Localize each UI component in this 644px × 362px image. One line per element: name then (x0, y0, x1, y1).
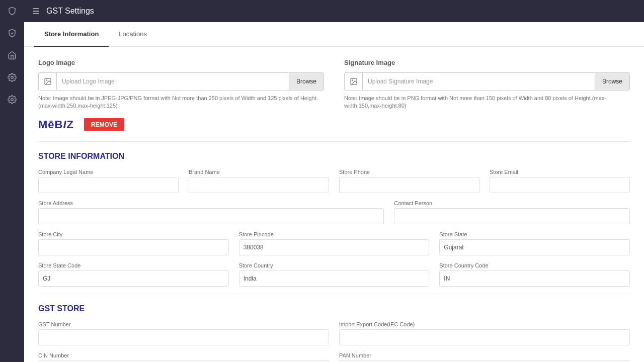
svg-point-3 (46, 80, 47, 81)
input-store-phone[interactable] (339, 177, 479, 193)
field-store-state-code: Store State Code (38, 262, 229, 287)
gst-store-heading: GST STORE (38, 304, 630, 313)
logo-section-title: Logo Image (38, 59, 324, 66)
gst-form-row-1: GST Number Import Export Code(IEC Code) (38, 321, 630, 345)
form-row-2: Store Address Contact Person (38, 200, 630, 224)
logo-upload-placeholder: Upload Logo Image (57, 78, 289, 85)
label-gst-number: GST Number (38, 321, 329, 327)
input-brand-name[interactable] (189, 177, 329, 193)
label-brand-name: Brand Name (189, 169, 329, 175)
signature-upload-block: Signature Image Upload Signature Image B… (344, 59, 630, 110)
signature-upload-input-row: Upload Signature Image Browse (344, 72, 630, 90)
page-title: GST Settings (46, 7, 94, 16)
signature-upload-note: Note: Image should be in PNG format with… (344, 95, 630, 110)
label-store-country-code: Store Country Code (439, 262, 630, 268)
label-pan-number: PAN Number (339, 352, 630, 358)
input-iec-code[interactable] (339, 329, 630, 345)
store-information-heading: STORE INFORMATION (38, 152, 630, 161)
input-gst-number[interactable] (38, 329, 329, 345)
label-store-state: Store State (439, 231, 630, 237)
input-store-address[interactable] (38, 208, 384, 224)
sidebar-icon-gear2[interactable] (0, 88, 24, 111)
field-store-country-code: Store Country Code (439, 262, 630, 287)
input-store-email[interactable] (490, 177, 630, 193)
field-store-city: Store City (38, 231, 229, 255)
field-store-phone: Store Phone (339, 169, 479, 193)
signature-upload-placeholder: Upload Signature Image (363, 78, 595, 85)
sidebar-icon-home[interactable] (0, 44, 24, 66)
input-store-country[interactable] (239, 270, 430, 287)
field-store-email: Store Email (490, 169, 630, 193)
label-store-address: Store Address (38, 200, 384, 206)
tabs-bar: Store Information Locations (24, 22, 644, 47)
logo-upload-icon (39, 73, 57, 90)
label-store-phone: Store Phone (339, 169, 479, 175)
signature-upload-icon (345, 73, 363, 90)
field-company-legal-name: Company Legal Name (38, 169, 179, 193)
label-iec-code: Import Export Code(IEC Code) (339, 321, 630, 327)
field-store-address: Store Address (38, 200, 384, 224)
logo-upload-block: Logo Image Upload Logo Image Browse Note… (38, 59, 324, 110)
label-store-country: Store Country (239, 262, 430, 268)
sidebar-icon-shield1[interactable] (0, 0, 24, 22)
field-contact-person: Contact Person (394, 200, 630, 224)
topbar: ☰ GST Settings (24, 0, 644, 22)
logo-upload-note: Note: Image should be in JPEG-JPG/PNG fo… (38, 95, 324, 110)
logo-browse-button[interactable]: Browse (289, 73, 324, 90)
section-divider-2 (38, 294, 630, 294)
tab-store-information[interactable]: Store Information (34, 22, 109, 47)
label-store-pincode: Store Pincode (239, 231, 430, 237)
input-store-state-code[interactable] (38, 270, 229, 287)
label-contact-person: Contact Person (394, 200, 630, 206)
svg-point-1 (11, 99, 14, 101)
field-cin-number: CIN Number (38, 352, 329, 362)
mebiz-logo: MēBIZ (38, 118, 74, 131)
input-store-state[interactable] (439, 239, 630, 255)
input-store-pincode[interactable] (239, 239, 430, 255)
form-row-4: Store State Code Store Country Store Cou… (38, 262, 630, 287)
label-store-city: Store City (38, 231, 229, 237)
form-container: Logo Image Upload Logo Image Browse Note… (24, 47, 644, 362)
field-store-state: Store State (439, 231, 630, 255)
content-area: Store Information Locations Logo Image U… (24, 22, 644, 362)
logo-upload-input-row: Upload Logo Image Browse (38, 72, 324, 90)
input-contact-person[interactable] (394, 208, 630, 224)
logo-display-area: MēBIZ REMOVE (38, 118, 630, 131)
main-wrapper: ☰ GST Settings Store Information Locatio… (24, 0, 644, 362)
sidebar-icon-gear1[interactable] (0, 66, 24, 88)
gst-form-row-2: CIN Number PAN Number (38, 352, 630, 362)
form-row-1: Company Legal Name Brand Name Store Phon… (38, 169, 630, 193)
field-iec-code: Import Export Code(IEC Code) (339, 321, 630, 345)
form-row-3: Store City Store Pincode Store State (38, 231, 630, 255)
label-company-legal-name: Company Legal Name (38, 169, 179, 175)
svg-point-0 (11, 76, 14, 79)
label-store-state-code: Store State Code (38, 262, 229, 268)
tab-locations[interactable]: Locations (109, 22, 157, 47)
menu-icon[interactable]: ☰ (32, 7, 39, 16)
section-divider-1 (38, 141, 630, 142)
upload-row: Logo Image Upload Logo Image Browse Note… (38, 59, 630, 110)
input-company-legal-name[interactable] (38, 177, 179, 193)
label-cin-number: CIN Number (38, 352, 329, 358)
sidebar-icon-shield2[interactable] (0, 22, 24, 44)
field-gst-number: GST Number (38, 321, 329, 345)
field-pan-number: PAN Number (339, 352, 630, 362)
input-store-city[interactable] (38, 239, 229, 255)
field-store-pincode: Store Pincode (239, 231, 430, 255)
remove-logo-button[interactable]: REMOVE (84, 118, 124, 131)
field-brand-name: Brand Name (189, 169, 329, 193)
input-store-country-code[interactable] (439, 270, 630, 287)
sidebar (0, 0, 24, 362)
signature-browse-button[interactable]: Browse (595, 73, 629, 90)
signature-section-title: Signature Image (344, 59, 630, 66)
label-store-email: Store Email (490, 169, 630, 175)
field-store-country: Store Country (239, 262, 430, 287)
svg-point-5 (352, 80, 353, 81)
